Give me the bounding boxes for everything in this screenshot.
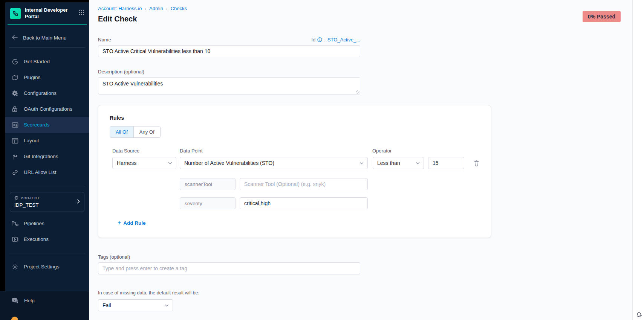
description-label: Description (optional) xyxy=(98,69,360,75)
executions-icon xyxy=(12,236,18,243)
add-rule-label: Add Rule xyxy=(123,220,145,226)
name-input[interactable] xyxy=(98,45,360,57)
sidebar-item-label: Plugins xyxy=(24,75,40,80)
param-key-scannertool: scannerTool xyxy=(180,178,236,190)
tags-label: Tags (optional) xyxy=(98,254,360,260)
plus-icon: + xyxy=(118,219,121,226)
sidebar-item-label: Pipelines xyxy=(24,221,44,226)
sidebar-item-url-allow-list[interactable]: URL Allow List xyxy=(5,165,89,180)
sidebar-item-label: URL Allow List xyxy=(24,169,57,175)
notification-bell-icon[interactable] xyxy=(636,311,642,319)
sidebar-item-project-settings[interactable]: Project Settings xyxy=(5,259,89,275)
sidebar-item-oauth-configurations[interactable]: OAuth Configurations xyxy=(5,101,89,117)
project-eyebrow-label: PROJECT xyxy=(21,196,40,200)
app-window: Internal Developer Portal Back to Main xyxy=(0,0,644,320)
breadcrumb-separator: › xyxy=(145,6,146,11)
id-label: Id xyxy=(311,37,315,43)
chevron-right-icon xyxy=(77,198,80,205)
severity-input[interactable] xyxy=(240,197,368,209)
back-label: Back to Main Menu xyxy=(23,35,67,41)
rule-row-container: Data Source Data Point Operator Harness … xyxy=(112,148,480,226)
main-content: 0% Passed Account: Harness.io › Admin › … xyxy=(89,0,644,320)
threshold-input[interactable] xyxy=(428,157,464,169)
apps-grid-icon[interactable] xyxy=(78,9,85,18)
operator-value: Less than xyxy=(377,160,400,166)
sidebar-item-label: Executions xyxy=(24,236,49,242)
data-point-value: Number of Active Vulnerabilities (STO) xyxy=(184,160,274,166)
layout-icon xyxy=(12,137,18,144)
tags-input[interactable] xyxy=(98,262,360,274)
link-icon xyxy=(12,169,18,176)
status-badge: 0% Passed xyxy=(583,11,621,22)
sidebar-item-help[interactable]: ? Help xyxy=(0,291,89,304)
breadcrumb-separator: › xyxy=(166,6,168,11)
sidebar-item-scorecards[interactable]: Scorecards xyxy=(5,117,89,133)
sidebar-main-panel: Internal Developer Portal Back to Main xyxy=(5,2,89,291)
sidebar-nav: Get Started Plugins xyxy=(5,54,89,180)
add-rule-button[interactable]: + Add Rule xyxy=(118,219,146,226)
param-key-severity: severity xyxy=(180,197,236,209)
chevron-down-icon xyxy=(416,162,420,165)
divider xyxy=(9,253,85,253)
sidebar: Internal Developer Portal Back to Main xyxy=(0,0,89,320)
svg-text:?: ? xyxy=(14,299,15,301)
logo-row: Internal Developer Portal xyxy=(5,2,89,24)
scorecards-icon xyxy=(12,122,18,128)
plugins-icon xyxy=(12,74,18,81)
user-avatar[interactable] xyxy=(11,317,18,320)
gear-icon xyxy=(12,264,18,270)
chevron-down-icon xyxy=(168,162,172,165)
divider xyxy=(9,47,85,48)
app-title: Internal Developer Portal xyxy=(25,7,74,20)
name-section: Name Id : STO_Active_... xyxy=(98,37,360,57)
operator-select[interactable]: Less than xyxy=(373,157,424,169)
sidebar-bottom-panel: ? Help xyxy=(0,291,89,320)
any-of-button[interactable]: Any Of xyxy=(133,126,160,137)
sidebar-item-get-started[interactable]: Get Started xyxy=(5,54,89,70)
configurations-icon xyxy=(12,90,18,97)
back-to-main-menu[interactable]: Back to Main Menu xyxy=(5,25,89,47)
project-icon xyxy=(14,196,18,201)
project-name: IDP_TEST xyxy=(14,202,80,208)
sidebar-item-label: Scorecards xyxy=(24,122,49,128)
data-source-select[interactable]: Harness xyxy=(112,157,176,169)
all-of-button[interactable]: All Of xyxy=(110,126,133,137)
missing-data-section: In case of missing data, the default res… xyxy=(98,289,360,311)
scrollbar-gutter xyxy=(632,0,644,320)
scanner-tool-input[interactable] xyxy=(240,178,368,190)
id-value[interactable]: STO_Active_... xyxy=(327,37,360,43)
sidebar-item-git-integrations[interactable]: Git Integrations xyxy=(5,149,89,165)
missing-data-label: In case of missing data, the default res… xyxy=(98,290,199,296)
data-point-select[interactable]: Number of Active Vulnerabilities (STO) xyxy=(180,157,368,169)
chevron-down-icon xyxy=(359,162,364,165)
get-started-icon xyxy=(12,58,18,65)
description-input[interactable]: STO Active Vulnerabilities xyxy=(98,77,360,94)
rule-match-toggle: All Of Any Of xyxy=(110,126,161,138)
sidebar-item-label: Git Integrations xyxy=(24,154,58,159)
help-chat-icon: ? xyxy=(12,297,19,304)
name-label: Name xyxy=(98,37,111,43)
sidebar-item-executions[interactable]: Executions xyxy=(5,232,89,247)
entity-id: Id : STO_Active_... xyxy=(311,37,360,43)
info-icon[interactable] xyxy=(317,37,322,42)
divider xyxy=(9,186,85,186)
project-nav: Pipelines Executions xyxy=(5,216,89,247)
rule-param-row: scannerTool xyxy=(180,178,480,190)
page-title: Edit Check xyxy=(98,15,644,23)
chevron-down-icon xyxy=(165,304,169,307)
project-selector[interactable]: PROJECT IDP_TEST xyxy=(10,192,84,212)
sidebar-item-configurations[interactable]: Configurations xyxy=(5,85,89,101)
delete-rule-button[interactable] xyxy=(474,160,479,166)
sidebar-item-label: Help xyxy=(24,298,35,303)
sidebar-item-layout[interactable]: Layout xyxy=(5,133,89,149)
sidebar-item-plugins[interactable]: Plugins xyxy=(5,70,89,85)
data-source-label: Data Source xyxy=(112,148,180,154)
data-source-value: Harness xyxy=(117,160,136,166)
breadcrumb-admin[interactable]: Admin xyxy=(149,6,163,11)
default-result-select[interactable]: Fail xyxy=(98,299,173,311)
sidebar-item-pipelines[interactable]: Pipelines xyxy=(5,216,89,232)
operator-label: Operator xyxy=(372,148,392,154)
breadcrumb-checks[interactable]: Checks xyxy=(171,6,187,11)
data-point-label: Data Point xyxy=(180,148,372,154)
breadcrumb-account[interactable]: Account: Harness.io xyxy=(98,6,142,11)
